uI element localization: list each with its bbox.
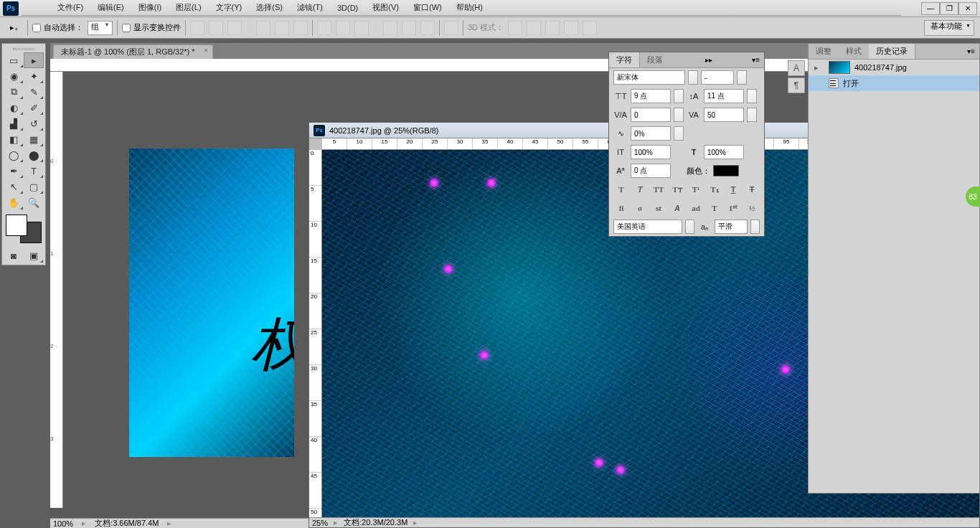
- menu-window[interactable]: 窗口(W): [406, 2, 449, 13]
- language-select[interactable]: [613, 220, 682, 234]
- mode3d-3-icon[interactable]: [545, 21, 560, 35]
- menu-view[interactable]: 视图(V): [365, 2, 406, 13]
- fractions2-button[interactable]: ½: [745, 202, 758, 214]
- vscale-input[interactable]: [631, 145, 671, 159]
- foreground-color[interactable]: [6, 214, 27, 236]
- text-tool[interactable]: T: [24, 163, 44, 179]
- distribute-bottom-icon[interactable]: [354, 21, 369, 35]
- tab-close-icon[interactable]: ×: [204, 47, 207, 54]
- menu-3d[interactable]: 3D(D): [330, 4, 365, 12]
- font-family-dropdown[interactable]: [688, 70, 698, 85]
- kerning-input[interactable]: [631, 108, 671, 122]
- zoom-tool[interactable]: 🔍: [24, 194, 44, 210]
- menu-filter[interactable]: 滤镜(T): [290, 2, 330, 13]
- magic-wand-tool[interactable]: ✦: [24, 68, 44, 84]
- align-left-icon[interactable]: [256, 21, 270, 35]
- align-bottom-icon[interactable]: [227, 21, 242, 35]
- titling-button[interactable]: ad: [689, 202, 702, 214]
- minimize-button[interactable]: —: [921, 2, 940, 15]
- distribute-hcenter-icon[interactable]: [402, 21, 416, 35]
- mode3d-5-icon[interactable]: [583, 21, 597, 35]
- align-top-icon[interactable]: [190, 21, 204, 35]
- close-button[interactable]: ✕: [958, 2, 977, 15]
- gradient-tool[interactable]: ▦: [24, 131, 44, 147]
- baseline-dropdown[interactable]: [674, 126, 684, 141]
- menu-image[interactable]: 图像(I): [131, 2, 169, 13]
- menu-file[interactable]: 文件(F): [50, 2, 90, 13]
- eyedropper-tool[interactable]: ✎: [24, 84, 44, 100]
- tab-paragraph[interactable]: 段落: [640, 52, 670, 67]
- ligature-button[interactable]: fi: [615, 202, 628, 214]
- distribute-vcenter-icon[interactable]: [336, 21, 350, 35]
- leading-dropdown[interactable]: [747, 89, 757, 103]
- fractions-button[interactable]: 1ˢᵗ: [727, 202, 740, 214]
- smallcaps-button[interactable]: Tᴛ: [671, 183, 684, 196]
- baseline-input[interactable]: [631, 126, 671, 141]
- auto-align-icon[interactable]: [444, 21, 458, 35]
- baseline-shift-input[interactable]: [631, 164, 671, 178]
- float-ruler-v[interactable]: 051015202530354045505560: [309, 150, 322, 517]
- mode3d-1-icon[interactable]: [508, 21, 522, 35]
- crop-tool[interactable]: ⧉: [4, 84, 24, 100]
- history-snapshot[interactable]: ▸ 400218747.jpg: [809, 60, 979, 75]
- document-canvas-1[interactable]: 权: [129, 148, 294, 457]
- pen-tool[interactable]: ✒: [4, 163, 24, 179]
- lasso-tool[interactable]: ◉: [4, 68, 24, 84]
- italic-button[interactable]: T: [633, 183, 646, 196]
- maximize-button[interactable]: ❐: [940, 2, 958, 15]
- hand-tool[interactable]: ✋: [4, 194, 24, 210]
- history-state-open[interactable]: ☰ 打开: [809, 75, 979, 91]
- font-style-dropdown[interactable]: [737, 70, 747, 85]
- kerning-dropdown[interactable]: [674, 108, 684, 122]
- align-right-icon[interactable]: [293, 21, 308, 35]
- font-style-input[interactable]: [701, 70, 734, 85]
- tab-adjustments[interactable]: 调整: [809, 44, 839, 59]
- tab-character[interactable]: 字符: [609, 52, 640, 67]
- superscript-button[interactable]: T¹: [689, 183, 702, 196]
- menu-select[interactable]: 选择(S): [249, 2, 290, 13]
- strikethrough-button[interactable]: T: [745, 183, 758, 196]
- move-tool[interactable]: ▸: [24, 52, 44, 68]
- shape-tool[interactable]: ▢: [24, 179, 44, 194]
- screen-mode-icon[interactable]: ▣: [24, 248, 44, 263]
- antialias-select[interactable]: [715, 220, 748, 234]
- tracking-input[interactable]: [704, 108, 744, 122]
- ordinals-button[interactable]: T: [708, 202, 721, 214]
- panel-grip[interactable]: [4, 45, 44, 52]
- leading-input[interactable]: [704, 89, 744, 103]
- workspace-selector[interactable]: 基本功能: [924, 20, 974, 36]
- swash-button[interactable]: st: [652, 202, 665, 214]
- healing-tool[interactable]: ◐: [4, 100, 24, 116]
- mode3d-4-icon[interactable]: [564, 21, 578, 35]
- bold-button[interactable]: T: [615, 183, 628, 196]
- float-zoom[interactable]: 25%: [312, 519, 328, 527]
- character-panel-icon[interactable]: A: [788, 60, 805, 76]
- panel-menu-icon[interactable]: ▾≡: [963, 47, 979, 55]
- menu-layer[interactable]: 图层(L): [169, 2, 208, 13]
- text-color-swatch[interactable]: [713, 165, 739, 176]
- distribute-top-icon[interactable]: [317, 21, 331, 35]
- stamp-tool[interactable]: ▟: [4, 116, 24, 131]
- contextual-button[interactable]: σ: [633, 202, 646, 214]
- font-size-input[interactable]: [631, 89, 671, 103]
- tab-history[interactable]: 历史记录: [869, 44, 915, 59]
- align-hcenter-icon[interactable]: [275, 21, 289, 35]
- underline-button[interactable]: T: [727, 183, 740, 196]
- tab-styles[interactable]: 样式: [839, 44, 869, 59]
- paragraph-panel-icon[interactable]: ¶: [788, 77, 805, 93]
- font-size-dropdown[interactable]: [674, 89, 684, 103]
- progress-badge[interactable]: 83: [966, 187, 980, 207]
- document-tab-1[interactable]: 未标题-1 @ 100% (图层 1, RGB/32*) * ×: [53, 44, 213, 59]
- distribute-left-icon[interactable]: [383, 21, 397, 35]
- distribute-right-icon[interactable]: [420, 21, 435, 35]
- font-family-input[interactable]: [613, 70, 685, 85]
- subscript-button[interactable]: T₁: [708, 183, 721, 196]
- path-tool[interactable]: ↖: [4, 179, 24, 194]
- auto-select-dropdown[interactable]: 组: [88, 21, 113, 35]
- brush-tool[interactable]: ✐: [24, 100, 44, 116]
- antialias-dropdown[interactable]: [750, 220, 760, 234]
- tracking-dropdown[interactable]: [747, 108, 757, 122]
- ruler-vertical[interactable]: 0 1 2 3: [50, 72, 63, 508]
- allcaps-button[interactable]: TT: [652, 183, 665, 196]
- hscale-input[interactable]: [704, 145, 744, 159]
